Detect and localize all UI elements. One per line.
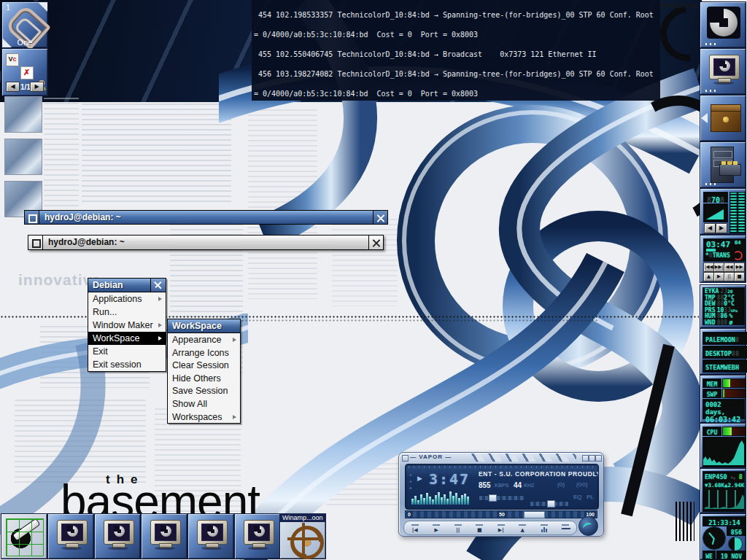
dock-app-moon-clock[interactable]: 21:33:14 856 WE 19 NOV bbox=[700, 513, 746, 560]
submenu-arrow-icon bbox=[158, 323, 162, 327]
music-eject-button[interactable]: ▲ bbox=[703, 272, 714, 281]
icon-chest[interactable]: Vc ✗ ◀ 1/1 ▶ bbox=[1, 48, 48, 96]
balance-slider[interactable] bbox=[530, 501, 569, 507]
visualizer-button[interactable] bbox=[533, 523, 555, 534]
menu-item-clear-session[interactable]: Clear Session bbox=[168, 359, 240, 372]
miniwindow-terminal-2[interactable] bbox=[94, 513, 141, 559]
submenu-arrow-icon bbox=[233, 338, 236, 342]
menu-item-save-session[interactable]: Save Session bbox=[168, 384, 240, 397]
volume-slider[interactable] bbox=[479, 495, 525, 501]
dock-app-sysmon[interactable]: MEM SWP 0002 days, 06:03:42 bbox=[700, 375, 746, 423]
chest-prev-page-button[interactable]: ◀ bbox=[6, 82, 20, 92]
menu-item-appearance[interactable]: Appearance bbox=[168, 333, 240, 346]
prev-button[interactable]: |◀ bbox=[404, 523, 426, 533]
play-button[interactable]: ▶ bbox=[426, 523, 448, 533]
launcher-steamwebh-button[interactable]: STEAMWEBH bbox=[703, 359, 747, 373]
miniaturize-button[interactable] bbox=[25, 211, 39, 224]
workspace-menu-titlebar[interactable]: WorkSpace bbox=[167, 319, 241, 333]
close-button[interactable] bbox=[368, 236, 383, 249]
player-close-button[interactable] bbox=[595, 455, 602, 462]
file-x-mini-icon[interactable]: ✗ bbox=[20, 66, 34, 79]
dock-app-file-cabinet[interactable] bbox=[700, 141, 746, 188]
terminal-window[interactable]: 454 102.198533357 TechnicolorD_10:84:bd … bbox=[252, 0, 660, 101]
drawer-arrow-icon[interactable] bbox=[701, 113, 708, 123]
spectrum-analyzer bbox=[411, 490, 469, 505]
pause-button[interactable]: || bbox=[447, 523, 469, 533]
seek-bar[interactable]: 0 50 100 bbox=[405, 510, 597, 518]
eject-button[interactable]: ▲ bbox=[512, 523, 534, 533]
dock-app-cpu[interactable]: CPU bbox=[700, 423, 746, 468]
menu-item-applications[interactable]: Applications bbox=[88, 292, 166, 306]
clip-next-workspace-button[interactable] bbox=[38, 2, 47, 12]
stop-button[interactable]: ■ bbox=[469, 523, 491, 533]
monitor-icon bbox=[104, 520, 134, 545]
workspace-clip[interactable]: 1 One bbox=[1, 1, 48, 48]
menu-item-workspace[interactable]: WorkSpace bbox=[88, 332, 166, 345]
miniwindow-utility[interactable] bbox=[1, 513, 47, 559]
grid-overlay-icon bbox=[6, 518, 44, 556]
miniaturize-icon bbox=[28, 214, 37, 223]
miniwindow-terminal-5[interactable] bbox=[234, 513, 281, 559]
vlc-mini-icon[interactable]: Vc bbox=[6, 53, 19, 66]
launcher-palemoon-button[interactable]: PALEMOON8 bbox=[703, 332, 747, 345]
music-rewind-button[interactable]: ◀◀ bbox=[724, 262, 735, 272]
music-stop-button[interactable]: ■ bbox=[734, 272, 745, 281]
shuffle-button[interactable] bbox=[555, 523, 577, 533]
menu-close-button[interactable] bbox=[150, 279, 166, 292]
next-button[interactable]: ▶| bbox=[490, 523, 512, 533]
dock-app-network[interactable]: ENP4S0 ▼▲ 8 ▼3.68K▲2.94K ▼445 ▲66.0 bbox=[700, 468, 746, 513]
eq-button[interactable]: EQ bbox=[573, 494, 582, 500]
dock-app-launcher: PALEMOON8 DESKTOP88 STEAMWEBH bbox=[700, 328, 746, 375]
player-minimize-button[interactable] bbox=[582, 455, 589, 462]
balance-handle[interactable] bbox=[547, 500, 555, 508]
root-menu-titlebar[interactable]: Debian bbox=[88, 278, 166, 292]
menu-item-hide-others[interactable]: Hide Others bbox=[168, 372, 240, 385]
music-pause-button[interactable]: || bbox=[724, 272, 735, 281]
dock-app-drawer[interactable] bbox=[700, 95, 746, 141]
player-titlebar-pattern bbox=[468, 454, 576, 462]
menu-item-exit[interactable]: Exit bbox=[88, 345, 166, 358]
miniwindow-winamp[interactable]: Winamp...oon bbox=[279, 513, 326, 559]
music-forward-button[interactable]: ▶▶ bbox=[734, 262, 745, 272]
miniwindow-terminal-4[interactable] bbox=[187, 513, 234, 559]
vapor-knob[interactable] bbox=[578, 516, 598, 536]
menu-item-arrange-icons[interactable]: Arrange Icons bbox=[168, 346, 240, 359]
close-button[interactable] bbox=[373, 211, 387, 224]
mixer-prev-channel-button[interactable]: ◀ bbox=[704, 223, 716, 233]
mixer-next-channel-button[interactable]: ▶ bbox=[716, 223, 727, 233]
music-prev-button[interactable]: |◀◀ bbox=[703, 262, 714, 272]
menu-item-run[interactable]: Run... bbox=[88, 306, 166, 319]
menu-item-window-maker[interactable]: Window Maker bbox=[88, 319, 166, 332]
dock-app-mixer[interactable]: 8708 ◀ ▶ bbox=[700, 188, 746, 235]
launcher-desktop-button[interactable]: DESKTOP88 bbox=[703, 346, 747, 359]
miniwindow-terminal-3[interactable] bbox=[141, 513, 187, 559]
music-next-button[interactable]: ▶▶| bbox=[713, 262, 724, 272]
dock-app-music-player[interactable]: 03:47 04 *8TRANS |◀◀ ▶▶| ◀◀ ▶▶ ▲ ▶ || ■ bbox=[700, 235, 746, 283]
close-icon bbox=[377, 214, 385, 222]
player-menu-button[interactable] bbox=[402, 455, 409, 462]
music-display: 03:47 04 *8TRANS bbox=[703, 238, 746, 262]
window-title: hydroJ@debian: ~ bbox=[43, 236, 368, 249]
menu-item-show-all[interactable]: Show All bbox=[168, 397, 240, 411]
menu-item-workspaces[interactable]: Workspaces bbox=[168, 411, 240, 424]
volume-handle[interactable] bbox=[489, 494, 497, 502]
chest-next-page-button[interactable]: ▶ bbox=[30, 82, 44, 92]
menu-item-exit-session[interactable]: Exit session bbox=[88, 358, 166, 371]
seek-handle[interactable] bbox=[524, 511, 545, 518]
mixer-volume-box[interactable] bbox=[703, 203, 728, 222]
playlist-button[interactable]: PL bbox=[587, 494, 594, 500]
dock-app-weather[interactable]: EYKA 2320 TMP 882°C DEW 880°C PRS 1033hP… bbox=[700, 284, 746, 328]
network-up-rate: ▲2.94K bbox=[724, 482, 744, 489]
cpu-graph bbox=[703, 437, 746, 467]
network-interface: ENP4S0 bbox=[705, 473, 727, 481]
player-shade-button[interactable] bbox=[589, 455, 595, 462]
winamp-player[interactable]: — VAPOR — ▶ 3:47 ENT - S.U. CORPORATION … bbox=[398, 452, 604, 537]
miniwindow-terminal-1[interactable] bbox=[47, 513, 94, 559]
dock-app-wmaker-logo[interactable] bbox=[700, 1, 746, 48]
miniwindow-title: Winamp...oon bbox=[280, 513, 325, 522]
window-titlebar-terminal-1[interactable]: hydroJ@debian: ~ bbox=[24, 210, 388, 225]
miniaturize-button[interactable] bbox=[28, 236, 43, 249]
dock-app-terminal-monitor[interactable] bbox=[700, 48, 746, 95]
music-play-button[interactable]: ▶ bbox=[713, 272, 724, 281]
window-titlebar-terminal-2[interactable]: hydroJ@debian: ~ bbox=[28, 235, 384, 250]
